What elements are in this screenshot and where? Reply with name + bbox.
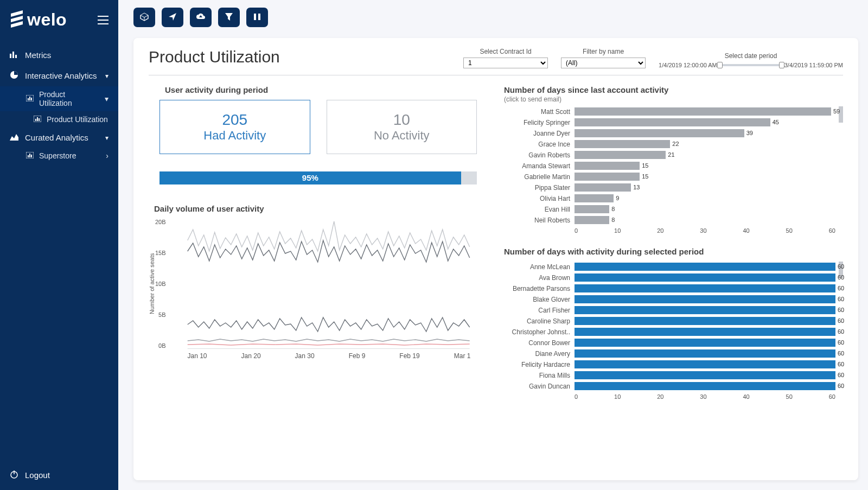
bar-row[interactable]: Felicity Hardacre60: [504, 359, 835, 370]
nav-sub2-label: Product Utilization: [47, 115, 108, 124]
name-select[interactable]: (All): [561, 58, 646, 68]
bar-row[interactable]: Amanda Stewart15: [504, 161, 835, 171]
bar-row[interactable]: Ava Brown60: [504, 272, 835, 283]
inactive-accounts-section: Number of days since last account activi…: [504, 85, 843, 234]
toolbar-send-button[interactable]: [162, 8, 183, 27]
logout-button[interactable]: Logout: [0, 460, 118, 490]
tick: 5B: [155, 311, 166, 318]
bar-row[interactable]: Evan Hill8: [504, 204, 835, 214]
nav-sub2-product-utilization[interactable]: Product Utilization: [0, 111, 118, 128]
bar-row[interactable]: Neil Roberts8: [504, 215, 835, 225]
tick: 0: [575, 227, 578, 234]
active-barchart[interactable]: Anne McLean60Ava Brown60Bernadette Parso…: [504, 262, 835, 391]
bar-row[interactable]: Olivia Hart9: [504, 193, 835, 203]
toolbar-cloud-button[interactable]: [190, 8, 212, 27]
bar-label: Joanne Dyer: [504, 130, 575, 137]
bar-value: 15: [640, 162, 648, 170]
bar-row[interactable]: Caroline Sharp60: [504, 316, 835, 326]
bar-track: 8: [575, 216, 835, 224]
svg-rect-13: [31, 98, 32, 100]
daily-volume-section: Daily volume of user activity Number of …: [149, 204, 488, 360]
bar-row[interactable]: Gavin Roberts21: [504, 150, 835, 160]
bar-row[interactable]: Joanne Dyer39: [504, 128, 835, 138]
bar-track: 13: [575, 183, 835, 192]
menu-toggle-icon[interactable]: [98, 16, 108, 24]
brand-logo: welo: [10, 10, 67, 30]
bar-row[interactable]: Anne McLean60: [504, 262, 835, 272]
toolbar-filter-button[interactable]: [218, 8, 240, 27]
toolbar: [118, 0, 868, 34]
bar-row[interactable]: Carl Fisher60: [504, 305, 835, 315]
nav-sub-label: Superstore: [39, 151, 76, 160]
bar-row[interactable]: Pippa Slater13: [504, 182, 835, 193]
line-chart[interactable]: Number of active seats 20B15B10B5B0B: [149, 219, 488, 349]
bar-track: 9: [575, 194, 835, 202]
bar-value: 45: [770, 118, 779, 126]
tick: 30: [700, 227, 706, 234]
nav-curated-analytics[interactable]: Curated Analytics ▾: [0, 128, 118, 148]
columns-icon: [253, 13, 261, 22]
filter-label: Select Contract Id: [463, 48, 548, 55]
filter-date: Select date period 1/4/2019 12:00:00 AM …: [659, 52, 843, 68]
bar-track: 45: [575, 118, 835, 126]
svg-marker-27: [169, 13, 176, 21]
tick: 0B: [155, 342, 166, 349]
kpi-had-activity[interactable]: 205 Had Activity: [159, 100, 310, 154]
cloud-upload-icon: [196, 13, 206, 22]
svg-rect-15: [35, 119, 36, 121]
bar-label: Grace Ince: [504, 141, 575, 148]
kpi-row: 205 Had Activity 10 No Activity: [149, 100, 488, 154]
toolbar-cube-button[interactable]: [133, 8, 155, 27]
svg-rect-31: [258, 14, 260, 20]
bar-track: 60: [575, 371, 835, 379]
slider-thumb-end[interactable]: [779, 62, 784, 68]
page-title: Product Utilization: [149, 48, 280, 66]
bar-row[interactable]: Blake Glover60: [504, 294, 835, 304]
tick: 20: [657, 227, 663, 234]
bar-row[interactable]: Fiona Mills60: [504, 370, 835, 380]
bar-row[interactable]: Matt Scott59: [504, 106, 835, 117]
tick: 0: [575, 393, 578, 400]
bar-row[interactable]: Grace Ince22: [504, 139, 835, 149]
y-axis-label: Number of active seats: [149, 219, 155, 349]
bar-row[interactable]: Connor Bower60: [504, 338, 835, 348]
bar-track: 60: [575, 328, 835, 336]
kpi-title: User activity during period: [149, 85, 488, 94]
bar-row[interactable]: Christopher Johnst..60: [504, 327, 835, 337]
chevron-down-icon: ▾: [105, 134, 108, 142]
slider-thumb-start[interactable]: [717, 62, 723, 68]
inactive-barchart[interactable]: Matt Scott59Felicity Springer45Joanne Dy…: [504, 106, 835, 225]
nav-metrics[interactable]: Metrics: [0, 45, 118, 65]
toolbar-columns-button[interactable]: [246, 8, 268, 27]
contract-select[interactable]: 1: [463, 58, 548, 68]
bar-value: 15: [640, 173, 648, 181]
kpi-no-activity[interactable]: 10 No Activity: [327, 100, 477, 154]
tick: 50: [786, 393, 793, 400]
pie-chart-icon: [10, 71, 18, 81]
slider-track[interactable]: [718, 64, 783, 66]
bar-track: 22: [575, 140, 835, 148]
chevron-right-icon: ›: [106, 151, 108, 160]
bar-row[interactable]: Diane Avery60: [504, 348, 835, 359]
nav-label: Interactive Analytics: [25, 71, 97, 80]
bar-row[interactable]: Bernadette Parsons60: [504, 283, 835, 294]
bar-row[interactable]: Gavin Duncan60: [504, 381, 835, 391]
filter-name: Filter by name (All): [561, 48, 646, 68]
tick: Feb 19: [399, 352, 419, 360]
right-column: Number of days since last account activi…: [504, 85, 843, 468]
area-chart-icon: [10, 133, 18, 142]
line-chart-svg: [169, 219, 488, 349]
nav-sub-product-utilization[interactable]: Product Utilization ▾: [0, 86, 118, 111]
bar-value: 60: [835, 339, 844, 347]
bar-label: Gabrielle Martin: [504, 173, 575, 181]
bar-value: 60: [835, 349, 844, 358]
svg-rect-20: [28, 155, 29, 157]
logout-label: Logout: [25, 470, 50, 480]
nav-interactive-analytics[interactable]: Interactive Analytics ▾: [0, 65, 118, 86]
bar-track: 60: [575, 382, 835, 390]
date-range-slider[interactable]: 1/4/2019 12:00:00 AM 3/4/2019 11:59:00 P…: [659, 62, 843, 68]
nav-sub-superstore[interactable]: Superstore ›: [0, 148, 118, 164]
bar-row[interactable]: Felicity Springer45: [504, 117, 835, 128]
bar-fill: [575, 306, 835, 314]
bar-row[interactable]: Gabrielle Martin15: [504, 171, 835, 182]
